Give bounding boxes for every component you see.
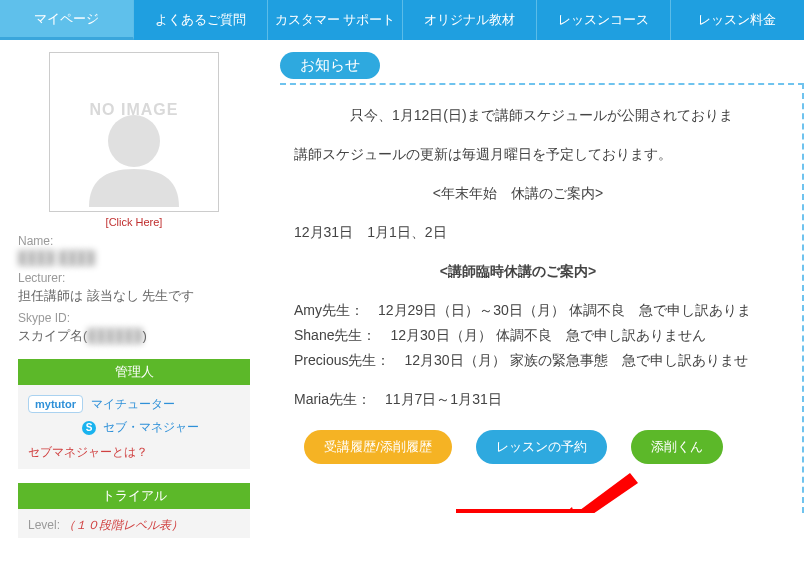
nav-tab-support[interactable]: カスタマー サポート	[268, 0, 402, 40]
trial-panel-header: トライアル	[18, 483, 250, 509]
notice-line-temp-head: <講師臨時休講のご案内>	[294, 261, 742, 282]
svg-point-0	[108, 115, 160, 167]
nav-tab-faq[interactable]: よくあるご質問	[134, 0, 268, 40]
history-button[interactable]: 受講履歴/添削履歴	[304, 430, 452, 464]
svg-marker-1	[550, 473, 638, 513]
lecturer-label: Lecturer:	[18, 271, 250, 285]
notice-line-schedule: 只今、1月12日(日)まで講師スケジュールが公開されておりま	[350, 105, 802, 126]
svg-marker-2	[550, 507, 580, 513]
notice-teacher-maria: Maria先生： 11月7日～1月31日	[294, 389, 802, 410]
click-here-link[interactable]: [Click Here]	[18, 216, 250, 228]
top-nav: マイページ よくあるご質問 カスタマー サポート オリジナル教材 レッスンコース…	[0, 0, 804, 40]
avatar-placeholder-icon	[79, 107, 189, 207]
name-value: ████ ████	[18, 250, 250, 265]
notice-teacher-amy: Amy先生： 12月29日（日）～30日（月） 体調不良 急で申し訳ありま	[294, 300, 802, 321]
notice-box: 只今、1月12日(日)まで講師スケジュールが公開されておりま 講師スケジュールの…	[280, 83, 804, 513]
nav-tab-material[interactable]: オリジナル教材	[403, 0, 537, 40]
notice-line-update: 講師スケジュールの更新は毎週月曜日を予定しております。	[294, 144, 802, 165]
notice-header: お知らせ	[280, 52, 380, 79]
tensaku-button[interactable]: 添削くん	[631, 430, 723, 464]
admin-link-whatis[interactable]: セブマネジャーとは？	[28, 445, 148, 459]
notice-teacher-shane: Shane先生： 12月30日（月） 体調不良 急で申し訳ありません	[294, 325, 802, 346]
nav-tab-course[interactable]: レッスンコース	[537, 0, 671, 40]
admin-link-cebu[interactable]: セブ・マネジャー	[103, 420, 199, 434]
skype-label: Skype ID:	[18, 311, 250, 325]
sidebar: NO IMAGE [Click Here] Name: ████ ████ Le…	[0, 52, 260, 538]
nav-tab-mypage[interactable]: マイページ	[0, 0, 134, 40]
action-buttons-row: 受講履歴/添削履歴 レッスンの予約 添削くん	[304, 430, 802, 464]
skype-icon: S	[82, 421, 96, 435]
level-label: Level:	[28, 518, 60, 532]
profile-image-box[interactable]: NO IMAGE	[49, 52, 219, 212]
content-area: お知らせ 只今、1月12日(日)まで講師スケジュールが公開されておりま 講師スケ…	[260, 52, 804, 538]
notice-line-holiday-head: <年末年始 休講のご案内>	[294, 183, 742, 204]
admin-panel-body: mytutor マイチューター S セブ・マネジャー セブマネジャーとは？	[18, 385, 250, 469]
admin-link-mytutor[interactable]: マイチューター	[91, 396, 175, 413]
reserve-button[interactable]: レッスンの予約	[476, 430, 607, 464]
mytutor-badge-icon: mytutor	[28, 395, 83, 413]
nav-tab-price[interactable]: レッスン料金	[671, 0, 804, 40]
skype-value: スカイプ名(██████)	[18, 327, 250, 345]
annotation-rectangle	[456, 509, 586, 513]
notice-teacher-precious: Precious先生： 12月30日（月） 家族の緊急事態 急で申し訳ありませ	[294, 350, 802, 371]
level-link[interactable]: （１０段階レベル表）	[63, 518, 183, 532]
admin-panel-header: 管理人	[18, 359, 250, 385]
notice-line-holiday-dates: 12月31日 1月1日、2日	[294, 222, 802, 243]
lecturer-value: 担任講師は 該当なし 先生です	[18, 287, 250, 305]
name-label: Name:	[18, 234, 250, 248]
trial-panel-body: Level: （１０段階レベル表）	[18, 509, 250, 538]
annotation-arrow-icon	[550, 465, 640, 513]
